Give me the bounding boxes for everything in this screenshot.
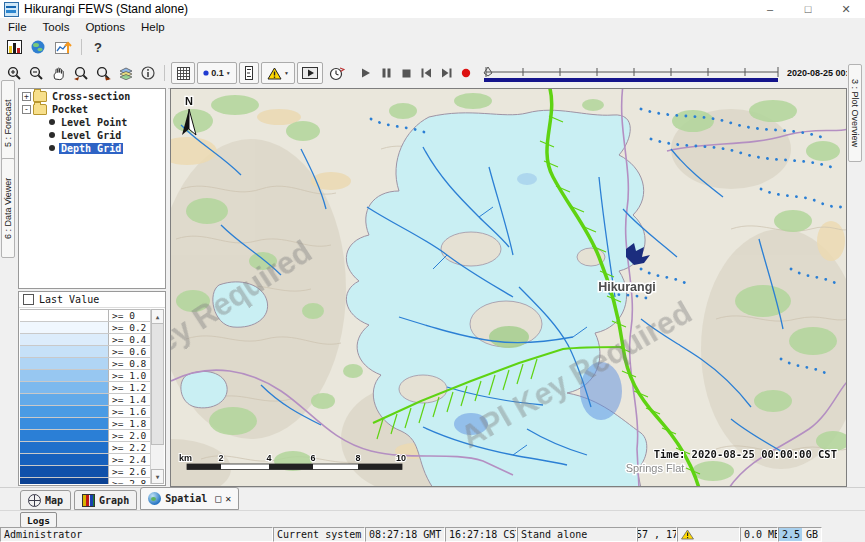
logs-row: Logs	[0, 510, 865, 528]
zoom-previous-icon[interactable]	[69, 63, 92, 83]
legend-row[interactable]: >= 2.2	[20, 442, 151, 454]
stop-icon[interactable]	[396, 63, 416, 83]
map-time-label: Time: 2020-08-25 00:00:00 CST	[654, 448, 837, 460]
tree-expander-icon[interactable]: -	[22, 105, 31, 114]
legend-row-label: >= 1.0	[109, 370, 146, 381]
pause-icon[interactable]	[376, 63, 396, 83]
tree-item-label[interactable]: Level Point	[59, 117, 129, 128]
zoom-out-icon[interactable]	[25, 63, 47, 83]
locality-label: Springs Flat	[626, 462, 685, 474]
pan-icon[interactable]	[47, 63, 69, 83]
legend-row[interactable]: >= 0.8	[20, 358, 151, 370]
tree-row[interactable]: Level Grid	[22, 129, 165, 141]
legend-row[interactable]: >= 0.6	[20, 346, 151, 358]
legend-row[interactable]: >= 0	[20, 310, 151, 322]
bottom-tab-bar: Map □ ✕ Graph □ ✕ Spatial □ ✕	[0, 487, 865, 510]
help-icon[interactable]: ?	[87, 37, 109, 57]
tree-expander-icon[interactable]: +	[22, 92, 31, 101]
tab-forecast[interactable]: 5 : Forecast	[1, 80, 15, 166]
last-timestep-icon[interactable]	[436, 63, 456, 83]
tab-data-viewer[interactable]: 6 : Data Viewer	[1, 158, 15, 258]
animation-icon[interactable]	[297, 62, 323, 84]
title-bar: Hikurangi FEWS (Stand alone) – □ ✕	[0, 0, 865, 19]
timeseries-display-icon[interactable]	[50, 37, 76, 57]
zoom-next-icon[interactable]	[92, 63, 115, 83]
chevron-down-icon: ▼	[226, 70, 231, 76]
legend-scrollbar[interactable]: ▲ ▼	[150, 309, 164, 484]
spatial-display-icon[interactable]	[26, 37, 50, 57]
logs-button[interactable]: Logs	[20, 512, 57, 528]
town-label: Hikurangi	[598, 280, 656, 294]
legend-row-label: >= 1.8	[109, 418, 146, 429]
tree-item-icon	[33, 104, 47, 115]
main-toolbar: ?	[0, 36, 865, 59]
legend-color-swatch	[20, 334, 109, 345]
scrollbar-thumb[interactable]	[151, 323, 164, 445]
time-slider[interactable]	[482, 64, 782, 82]
play-icon[interactable]	[356, 63, 376, 83]
minimize-icon[interactable]: –	[751, 0, 789, 18]
tree-item-label[interactable]: Depth Grid	[59, 143, 123, 154]
scroll-down-icon[interactable]: ▼	[151, 469, 164, 484]
legend-color-swatch	[20, 346, 109, 357]
vertical-profile-icon[interactable]	[239, 62, 259, 84]
legend-row[interactable]: >= 2.0	[20, 430, 151, 442]
legend-row[interactable]: >= 1.8	[20, 418, 151, 430]
tab-plot-overview[interactable]: 3 : Plot Overview	[848, 64, 862, 162]
map-viewport[interactable]: API Key Required API Key Required N Hiku…	[170, 88, 847, 487]
status-cell: 0.0 MB/s	[740, 527, 778, 542]
tree-row[interactable]: - Pocket	[22, 103, 165, 115]
grid-display-icon[interactable]	[171, 62, 195, 84]
tree-row[interactable]: + Cross-section	[22, 90, 165, 102]
tree-row[interactable]: Depth Grid	[22, 142, 165, 154]
tree-item-icon	[49, 132, 55, 138]
legend-row-label: >= 0.4	[109, 334, 146, 345]
menu-options[interactable]: Options	[77, 21, 133, 33]
tab-close-icon[interactable]: ✕	[225, 493, 231, 504]
data-display-icon[interactable]	[2, 37, 26, 57]
scale-unit: km	[179, 453, 192, 463]
close-icon[interactable]: ✕	[827, 0, 865, 18]
info-icon[interactable]	[137, 63, 159, 83]
legend-row[interactable]: >= 1.0	[20, 370, 151, 382]
bottom-tab[interactable]: Graph □ ✕	[74, 490, 137, 510]
tree-item-label[interactable]: Level Grid	[59, 130, 123, 141]
legend-row[interactable]: >= 0.4	[20, 334, 151, 346]
status-cell: Administrator	[0, 527, 273, 542]
map-canvas[interactable]: API Key Required API Key Required N Hiku…	[171, 89, 847, 487]
last-value-checkbox[interactable]	[23, 294, 34, 305]
legend-row[interactable]: >= 1.2	[20, 382, 151, 394]
layers-icon[interactable]	[115, 63, 137, 83]
record-icon[interactable]	[456, 63, 476, 83]
timestep-icon[interactable]	[324, 63, 350, 83]
legend-color-swatch	[20, 466, 109, 477]
thresholds-dropdown[interactable]: ▼	[261, 62, 295, 84]
legend-row-label: >= 0.8	[109, 358, 146, 369]
north-label: N	[185, 95, 193, 107]
tree-item-label[interactable]: Cross-section	[50, 91, 132, 102]
scroll-up-icon[interactable]: ▲	[151, 309, 164, 324]
legend-row-label: >= 1.2	[109, 382, 146, 393]
menu-file[interactable]: File	[0, 21, 35, 33]
legend-row[interactable]: >= 1.6	[20, 406, 151, 418]
tab-label: Graph	[99, 495, 129, 506]
menu-tools[interactable]: Tools	[35, 21, 78, 33]
legend-color-swatch	[20, 406, 109, 417]
bottom-tab[interactable]: Spatial □ ✕	[140, 487, 239, 510]
tab-maximize-icon[interactable]: □	[215, 493, 221, 504]
status-text: Administrator	[4, 529, 82, 540]
first-timestep-icon[interactable]	[416, 63, 436, 83]
legend-row[interactable]: >= 2.6	[20, 466, 151, 478]
tree-row[interactable]: Level Point	[22, 116, 165, 128]
status-cell: -35.657 , 174.199	[637, 527, 677, 542]
legend-row[interactable]: >= 0.2	[20, 322, 151, 334]
legend-row[interactable]: >= 2.8	[20, 478, 151, 484]
menu-help[interactable]: Help	[133, 21, 173, 33]
legend-row[interactable]: >= 2.4	[20, 454, 151, 466]
tree-item-label[interactable]: Pocket	[50, 104, 90, 115]
bottom-tab[interactable]: Map □ ✕	[20, 490, 71, 510]
classbreaks-dropdown[interactable]: 0.1 ▼	[197, 62, 237, 84]
legend-row[interactable]: >= 1.4	[20, 394, 151, 406]
maximize-icon[interactable]: □	[789, 0, 827, 18]
status-cell: Stand alone	[517, 527, 637, 542]
